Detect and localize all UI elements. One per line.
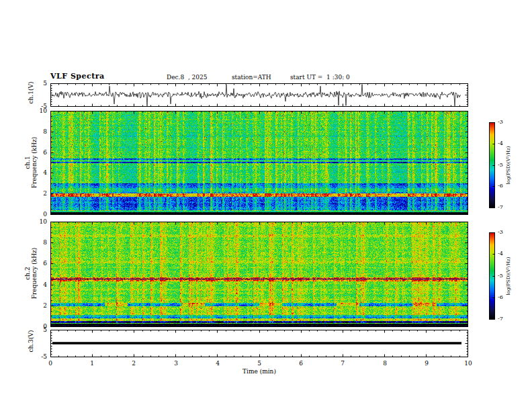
ch2-colorbar: [489, 232, 495, 320]
colorbar-tick-label: -5: [498, 273, 503, 279]
ch2-spectrogram-panel: [50, 222, 468, 327]
y-tick-label: 4: [35, 169, 47, 176]
ch2-colorbar-label: log(PSD)(V²/Hz): [506, 246, 511, 306]
y-tick-label: 6: [35, 149, 47, 156]
start-ut-label: start UT = 1 :30: 0: [290, 74, 350, 81]
y-tick-label: 6: [35, 260, 47, 267]
x-tick-label: 0: [45, 360, 56, 367]
x-tick-label: 6: [296, 360, 306, 367]
ch1-label: ch.1: [24, 122, 31, 203]
x-tick-label: 1: [87, 360, 97, 367]
ch1-waveform-panel: [50, 83, 468, 107]
ch3-voltage-axis-label: ch.3(V): [28, 314, 34, 368]
y-tick-label: 4: [35, 281, 47, 288]
colorbar-tick-label: -4: [498, 250, 503, 257]
colorbar-tick-label: -4: [498, 140, 503, 146]
colorbar-tick-label: -7: [498, 204, 503, 210]
ch1-voltage-axis-label: ch.1(V): [28, 66, 34, 120]
ch1-spectrogram-panel: [50, 111, 468, 215]
time-axis-label: Time (min): [236, 368, 283, 375]
ch1-colorbar-label: log(PSD)(V²/Hz): [506, 135, 511, 195]
x-tick-label: 2: [128, 360, 139, 367]
colorbar-tick-label: -6: [498, 294, 503, 300]
y-tick-label: -5: [35, 353, 47, 360]
x-tick-label: 10: [463, 360, 474, 367]
colorbar-tick-label: -7: [498, 316, 503, 322]
figure-title: VLF Spectra: [50, 72, 105, 81]
x-tick-label: 7: [337, 360, 348, 367]
colorbar-tick-label: -6: [498, 183, 503, 189]
y-tick-label: 10: [35, 107, 47, 114]
x-tick-label: 5: [254, 360, 265, 367]
date-label: Dec.8 , 2025: [167, 74, 208, 81]
colorbar-tick-label: -5: [498, 162, 503, 168]
y-tick-label: 2: [35, 302, 47, 309]
colorbar-tick-label: -3: [498, 119, 503, 125]
ch3-panel: [50, 330, 468, 357]
colorbar-tick-label: -3: [498, 229, 503, 235]
x-tick-label: 8: [380, 360, 390, 367]
y-tick-label: 2: [35, 190, 47, 197]
y-tick-label: 8: [35, 128, 47, 135]
x-tick-label: 9: [421, 360, 432, 367]
x-tick-label: 4: [212, 360, 223, 367]
ch1-colorbar: [489, 122, 495, 208]
station-label: station=ATH: [232, 74, 271, 81]
vlf-spectra-figure: VLF Spectra Dec.8 , 2025 station=ATH sta…: [0, 0, 532, 411]
y-tick-label: 5: [35, 80, 47, 87]
ch2-label: ch.2: [24, 233, 31, 314]
y-tick-label: 0: [35, 323, 47, 330]
y-tick-label: 8: [35, 239, 47, 246]
x-tick-label: 3: [171, 360, 181, 367]
y-tick-label: 0: [35, 211, 47, 218]
y-tick-label: 10: [35, 218, 47, 225]
